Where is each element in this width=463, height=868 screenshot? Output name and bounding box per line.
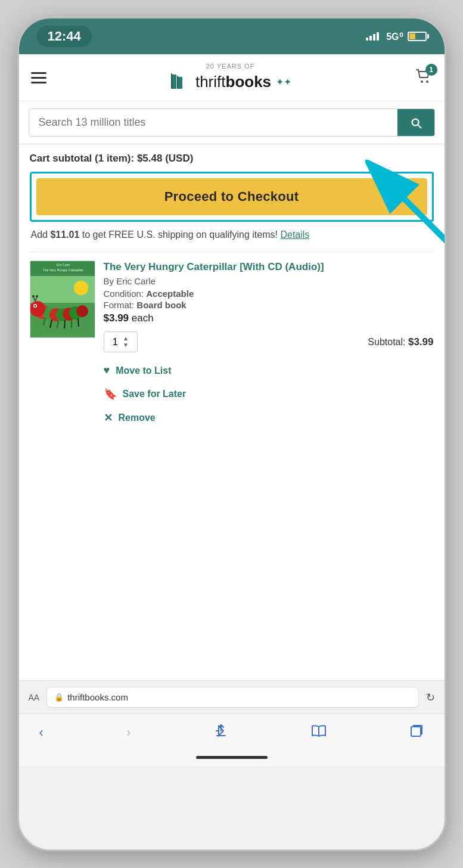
share-button[interactable] [212,721,231,744]
svg-point-23 [34,305,36,307]
remove-button[interactable]: ✕ Remove [104,411,434,424]
checkout-wrapper: Proceed to Checkout [30,172,434,222]
cart-button[interactable]: 1 [415,67,433,88]
book-cover-art: Eric Carle The Very Hungry Caterpillar [30,261,95,338]
svg-rect-3 [177,76,178,89]
search-bar [29,108,435,137]
move-to-list-button[interactable]: ♥ Move to List [104,364,434,377]
status-icons: 5G⁰ [366,31,426,42]
network-type-label: 5G⁰ [386,31,402,42]
shipping-note: Add $11.01 to get FREE U.S. shipping on … [30,228,434,242]
shipping-details-link[interactable]: Details [280,230,309,240]
svg-rect-35 [411,727,421,736]
svg-rect-2 [171,73,172,89]
svg-text:The Very Hungry Caterpillar: The Very Hungry Caterpillar [43,268,83,272]
book-title: The Very Hungry Caterpillar [With CD (Au… [104,261,434,274]
search-input[interactable] [29,109,397,136]
browser-bar: AA 🔒 thriftbooks.com ↻ [19,680,445,714]
cart-badge: 1 [425,64,437,76]
save-for-later-button[interactable]: 🔖 Save for Later [104,388,434,401]
svg-line-33 [78,318,79,327]
svg-point-26 [32,295,35,297]
svg-point-21 [30,301,45,317]
svg-point-27 [36,295,38,297]
book-details: The Very Hungry Caterpillar [With CD (Au… [104,261,434,436]
svg-point-13 [74,281,88,295]
book-condition: Condition: Acceptable [104,289,434,299]
share-icon [214,724,228,738]
quantity-selector[interactable]: 1 ▲ ▼ [104,331,138,352]
logo-main[interactable]: thriftbooks ✦✦ [169,71,291,92]
quantity-value: 1 [113,336,118,348]
quantity-subtotal-row: 1 ▲ ▼ Subtotal: $3.99 [104,331,434,352]
svg-point-5 [426,80,428,83]
logo-years-text: 20 YEARS of [206,63,255,70]
books-logo-icon [169,71,191,92]
svg-text:Eric Carle: Eric Carle [57,263,70,266]
book-open-icon [311,724,327,737]
status-time: 12:44 [37,26,92,47]
home-indicator [19,751,445,766]
book-price: $3.99 each [104,312,434,324]
bottom-nav: ‹ › [19,714,445,751]
svg-rect-1 [178,77,182,89]
hamburger-menu-button[interactable] [31,72,46,83]
action-links: ♥ Move to List 🔖 Save for Later ✕ Remove [104,364,434,436]
shipping-amount: $11.01 [50,230,79,240]
svg-point-20 [76,305,88,317]
tabs-icon [409,724,424,738]
bookmarks-button[interactable] [309,722,329,743]
signal-bars-icon [366,32,379,41]
svg-rect-0 [172,75,176,89]
book-item: Eric Carle The Very Hungry Caterpillar [30,252,434,445]
svg-line-31 [64,320,65,328]
quantity-arrows-icon: ▲ ▼ [123,336,129,348]
battery-icon [408,32,427,41]
logo-stars-icon: ✦✦ [276,76,291,88]
home-bar [196,756,268,759]
refresh-button[interactable]: ↻ [426,691,435,704]
item-subtotal: Subtotal: $3.99 [368,336,433,348]
text-size-control[interactable]: AA [29,693,40,702]
svg-point-4 [421,80,423,83]
tabs-button[interactable] [407,721,426,744]
url-text: thriftbooks.com [67,692,128,702]
book-cover: Eric Carle The Very Hungry Caterpillar [30,261,95,338]
forward-button[interactable]: › [124,723,133,743]
logo-text: thriftbooks [195,73,271,91]
book-author: By Eric Carle [104,276,434,286]
search-section [19,101,445,144]
cart-content: Cart subtotal (1 item): $5.48 (USD) Proc… [19,144,445,445]
url-bar[interactable]: 🔒 thriftbooks.com [46,687,418,708]
logo-area: 20 YEARS of thriftbooks ✦✦ [169,63,291,92]
navbar: 20 YEARS of thriftbooks ✦✦ [19,54,445,101]
bookmark-icon: 🔖 [104,388,117,401]
remove-icon: ✕ [104,411,113,424]
search-icon [409,116,422,129]
checkout-button[interactable]: Proceed to Checkout [36,178,427,215]
book-format: Format: Board book [104,300,434,310]
cart-subtotal: Cart subtotal (1 item): $5.48 (USD) [30,153,434,165]
search-button[interactable] [397,109,434,136]
heart-icon: ♥ [104,364,110,377]
back-button[interactable]: ‹ [37,723,46,743]
lock-icon: 🔒 [54,693,64,702]
